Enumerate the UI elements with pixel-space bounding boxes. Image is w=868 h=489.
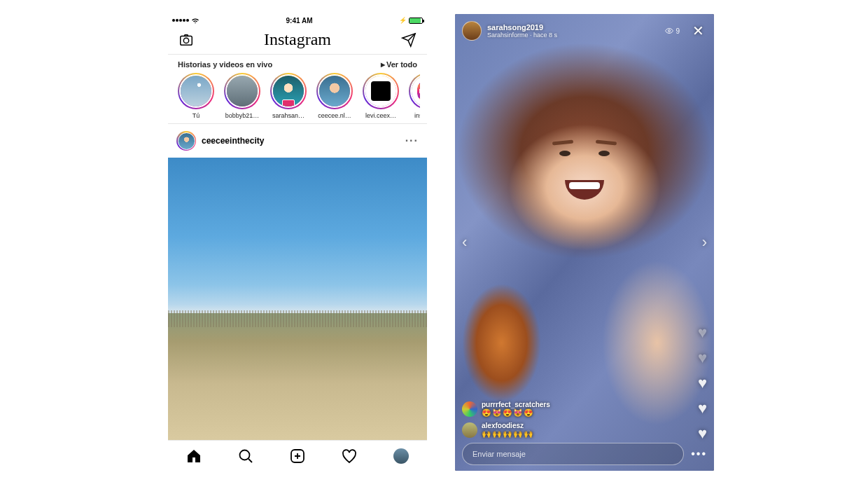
nav-search-icon[interactable]: [237, 447, 255, 465]
svg-point-1: [183, 38, 188, 43]
comment-body: 🙌🙌🙌🙌🙌: [482, 429, 534, 439]
story-item[interactable]: ceecee.nl…: [315, 73, 354, 119]
see-all-label: Ver todo: [386, 60, 417, 69]
live-comment[interactable]: purrrfect_scratchers 😍😻😍😻😍: [462, 401, 672, 418]
story-item-live[interactable]: sarahsan…: [269, 73, 308, 119]
post-header: ceeceeinthecity ···: [168, 124, 427, 158]
feed-phone: 9:41 AM ⚡ Instagram Historias y videos e…: [168, 14, 427, 471]
story-label: levi.ceex…: [361, 112, 400, 119]
live-viewer-count: 9: [665, 27, 680, 35]
live-input-row: Enviar mensaje •••: [462, 443, 707, 465]
see-all-button[interactable]: ▶ Ver todo: [381, 60, 417, 69]
heart-icon: ♥: [698, 374, 707, 392]
bottom-nav: [168, 440, 427, 471]
nav-home-icon[interactable]: [185, 447, 203, 465]
commenter-username: purrrfect_scratchers: [482, 401, 550, 408]
story-label: sarahsan…: [269, 112, 308, 119]
story-label: ceecee.nl…: [315, 112, 354, 119]
live-author-username[interactable]: sarahsong2019: [487, 23, 659, 32]
stories-title: Historias y videos en vivo: [178, 60, 272, 69]
play-triangle-icon: ▶: [381, 62, 385, 68]
next-story-icon[interactable]: ›: [696, 228, 713, 257]
message-input[interactable]: Enviar mensaje: [462, 443, 684, 465]
status-bar: 9:41 AM ⚡: [168, 14, 427, 25]
post-more-icon[interactable]: ···: [405, 135, 419, 147]
message-input-placeholder: Enviar mensaje: [472, 450, 526, 458]
svg-point-2: [240, 450, 250, 460]
commenter-avatar: [462, 401, 477, 417]
hearts-column: ♥ ♥ ♥ ♥ ♥: [698, 324, 707, 443]
app-logo: Instagram: [264, 30, 331, 49]
top-bar: Instagram: [168, 25, 427, 55]
comment-body: 😍😻😍😻😍: [482, 408, 550, 418]
live-author-avatar[interactable]: [462, 21, 482, 41]
live-header: sarahsong2019 Sarahsinforme · hace 8 s 9…: [455, 18, 714, 43]
commenter-username: alexfoodiesz: [482, 422, 534, 429]
svg-point-4: [668, 30, 671, 32]
nav-activity-icon[interactable]: [340, 447, 358, 465]
wifi-icon: [191, 18, 200, 24]
nav-add-icon[interactable]: [288, 447, 307, 465]
story-item[interactable]: levi.ceex…: [361, 73, 400, 119]
live-more-icon[interactable]: •••: [691, 448, 707, 460]
post-image[interactable]: [168, 158, 427, 440]
story-label: Tú: [176, 112, 216, 119]
story-label: bobbyb21…: [223, 112, 262, 119]
stories-row[interactable]: Tú bobbyb21… sarahsan… ceecee.nl… levi.c…: [175, 73, 420, 119]
post-author-username[interactable]: ceeceeinthecity: [202, 136, 264, 146]
camera-icon[interactable]: [178, 32, 195, 48]
live-comment[interactable]: alexfoodiesz 🙌🙌🙌🙌🙌: [462, 422, 672, 439]
send-icon[interactable]: [400, 32, 417, 48]
story-item-self[interactable]: Tú: [176, 73, 216, 119]
charging-icon: ⚡: [399, 17, 407, 24]
heart-icon: ♥: [698, 349, 707, 367]
battery-icon: [409, 18, 423, 24]
heart-icon: ♥: [698, 324, 707, 342]
story-item[interactable]: bobbyb21…: [223, 73, 262, 119]
live-story-phone: sarahsong2019 Sarahsinforme · hace 8 s 9…: [455, 14, 714, 471]
status-time: 9:41 AM: [286, 17, 313, 25]
post-author-avatar[interactable]: [176, 131, 196, 151]
close-icon[interactable]: ✕: [690, 22, 707, 39]
heart-icon: ♥: [698, 425, 707, 443]
nav-profile-icon[interactable]: [392, 447, 410, 465]
svg-rect-0: [181, 36, 192, 45]
story-label: instagr…: [407, 112, 420, 119]
live-subtitle: Sarahsinforme · hace 8 s: [487, 32, 659, 39]
heart-icon: ♥: [698, 399, 707, 418]
story-item[interactable]: instagr…: [407, 73, 420, 119]
signal-icon: [172, 19, 189, 22]
prev-story-icon[interactable]: ‹: [456, 228, 472, 257]
commenter-avatar: [462, 422, 477, 438]
live-comments: purrrfect_scratchers 😍😻😍😻😍 alexfoodiesz …: [462, 401, 672, 439]
stories-section: Historias y videos en vivo ▶ Ver todo Tú…: [168, 55, 427, 124]
